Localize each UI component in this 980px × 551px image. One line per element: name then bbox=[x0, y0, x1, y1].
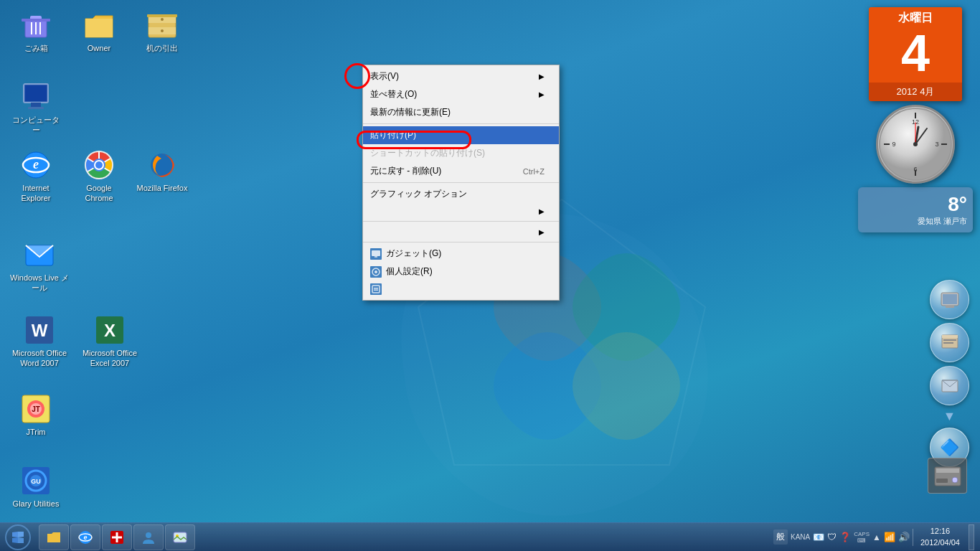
svg-text:X: X bbox=[104, 321, 116, 340]
jtrim-label: JTrim bbox=[26, 427, 45, 437]
office-icons-row: W Microsoft Office Word 2007 X Microsoft… bbox=[7, 312, 142, 377]
menu-separator-2 bbox=[363, 182, 559, 183]
taskbar-item-ie[interactable]: e bbox=[70, 524, 100, 550]
menu-item-graphics-prop[interactable]: グラフィック オプション bbox=[363, 185, 559, 203]
ime-mode-indicator[interactable]: KANA bbox=[791, 533, 810, 541]
desktop-icon-chrome[interactable]: Google Chrome bbox=[70, 147, 128, 207]
svg-rect-15 bbox=[31, 103, 41, 107]
menu-item-view-arrow: ▶ bbox=[539, 72, 545, 80]
taskbar-item-explorer[interactable] bbox=[39, 524, 69, 550]
tray-icon-shield[interactable]: 🛡 bbox=[827, 532, 837, 542]
system-clock[interactable]: 12:16 2012/04/04 bbox=[916, 526, 964, 548]
caps-label: CAPS bbox=[854, 531, 870, 537]
menu-separator-4 bbox=[363, 242, 559, 242]
calendar-widget[interactable]: 水曜日 4 2012 4月 bbox=[869, 7, 962, 101]
tray-icon-network[interactable]: 📶 bbox=[884, 532, 895, 542]
storage-svg bbox=[933, 463, 962, 489]
orb-icon-2[interactable] bbox=[930, 323, 969, 362]
svg-rect-44 bbox=[372, 250, 380, 256]
calendar-day-number: 4 bbox=[869, 27, 962, 83]
context-menu: 表示(V) ▶ 並べ替え(O) ▶ 最新の情報に更新(E) 貼り付け(P) ショ… bbox=[362, 65, 560, 301]
taskbar-item-task1[interactable] bbox=[102, 524, 132, 550]
tray-icon-mail[interactable]: 📧 bbox=[813, 532, 824, 542]
tray-icon-help[interactable]: ❓ bbox=[839, 532, 851, 542]
windows-logo-icon bbox=[10, 529, 26, 545]
svg-text:JT: JT bbox=[32, 405, 40, 413]
orb-icon-1[interactable] bbox=[930, 280, 969, 319]
system-tray: 般 KANA 📧 🛡 ❓ CAPS ⌨ ▲ 📶 🔊 12:16 bbox=[773, 524, 980, 550]
menu-item-personalize[interactable] bbox=[363, 281, 559, 298]
menu-item-paste-label: 貼り付け(P) bbox=[370, 129, 416, 141]
desktop-icon-word[interactable]: W Microsoft Office Word 2007 bbox=[7, 312, 72, 372]
svg-rect-74 bbox=[936, 468, 959, 473]
menu-item-new-arrow: ▶ bbox=[539, 228, 545, 236]
ime-indicator[interactable]: 般 bbox=[773, 529, 788, 545]
svg-point-63 bbox=[913, 142, 918, 146]
recycle-bin-icon bbox=[21, 10, 51, 40]
tray-expand-arrow[interactable]: ▲ bbox=[872, 532, 881, 542]
orb-arrow-down[interactable]: ▼ bbox=[943, 409, 956, 424]
start-button[interactable] bbox=[0, 523, 36, 552]
tray-separator bbox=[913, 529, 913, 546]
ie-label: Internet Explorer bbox=[10, 183, 62, 204]
desktop-icon-firefox[interactable]: Mozilla Firefox bbox=[133, 147, 191, 207]
menu-item-paste-shortcut-label: ショートカットの貼り付け(S) bbox=[370, 147, 485, 159]
recycle-bin-label: ごみ箱 bbox=[24, 43, 48, 53]
menu-item-sort[interactable]: 並べ替え(O) ▶ bbox=[363, 85, 559, 103]
svg-text:9: 9 bbox=[892, 141, 895, 148]
jtrim-icon-area: JT JTrim bbox=[7, 391, 65, 446]
firefox-label: Mozilla Firefox bbox=[137, 183, 188, 193]
svg-text:W: W bbox=[32, 321, 48, 340]
show-desktop-button[interactable] bbox=[969, 524, 974, 550]
svg-text:e: e bbox=[33, 157, 39, 171]
desktop-icon-desk-drawer[interactable]: 机の引出 bbox=[133, 7, 191, 56]
menu-item-view[interactable]: 表示(V) ▶ bbox=[363, 67, 559, 85]
sidebar-gadgets: 水曜日 4 2012 4月 bbox=[858, 7, 973, 232]
clock-widget[interactable]: 12 3 6 9 bbox=[876, 105, 955, 184]
svg-point-10 bbox=[161, 18, 164, 21]
chrome-icon bbox=[84, 150, 114, 180]
personalize-icon bbox=[370, 283, 382, 295]
menu-item-gadgets[interactable]: 個人設定(R) bbox=[363, 263, 559, 281]
excel-label: Microsoft Office Excel 2007 bbox=[80, 348, 139, 369]
svg-text:GU: GU bbox=[31, 478, 41, 485]
menu-item-paste[interactable]: 貼り付け(P) bbox=[363, 126, 559, 144]
desktop-icon-excel[interactable]: X Microsoft Office Excel 2007 bbox=[77, 312, 142, 372]
desktop-icon-ie[interactable]: e Internet Explorer bbox=[7, 147, 65, 207]
computer-icon-area: コンピューター bbox=[7, 79, 65, 144]
svg-rect-12 bbox=[147, 14, 177, 17]
desk-drawer-label: 机の引出 bbox=[146, 43, 178, 53]
start-orb bbox=[5, 524, 31, 550]
desktop-icon-wlm[interactable]: Windows Live メール bbox=[7, 237, 72, 296]
storage-device-icon[interactable] bbox=[928, 458, 967, 494]
taskbar-item-image[interactable] bbox=[165, 524, 195, 550]
menu-item-paste-shortcut[interactable]: ショートカットの貼り付け(S) bbox=[363, 144, 559, 162]
menu-item-graphics-opt[interactable]: ▶ bbox=[363, 203, 559, 219]
taskbar-item-people[interactable] bbox=[133, 524, 164, 550]
desktop-icon-glary[interactable]: GU Glary Utilities bbox=[7, 463, 65, 512]
menu-item-screen-res[interactable]: ガジェット(G) bbox=[363, 245, 559, 263]
desktop-icon-owner[interactable]: Owner bbox=[70, 7, 128, 56]
orb-icon-3[interactable] bbox=[930, 366, 969, 405]
excel-icon: X bbox=[95, 315, 125, 345]
menu-item-graphics-prop-label: グラフィック オプション bbox=[370, 188, 467, 200]
weather-widget[interactable]: 8° 愛知県 瀬戸市 bbox=[858, 187, 973, 232]
desktop-icon-jtrim[interactable]: JT JTrim bbox=[7, 391, 65, 440]
word-label: Microsoft Office Word 2007 bbox=[10, 348, 69, 369]
tray-icon-volume[interactable]: 🔊 bbox=[898, 532, 910, 542]
menu-item-refresh[interactable]: 最新の情報に更新(E) bbox=[363, 103, 559, 121]
menu-separator-1 bbox=[363, 123, 559, 124]
menu-item-view-label: 表示(V) bbox=[370, 70, 399, 83]
desktop: ごみ箱 Owner 机の引出 コンピューター bbox=[0, 0, 980, 551]
desktop-icon-recycle-bin[interactable]: ごみ箱 bbox=[7, 7, 65, 56]
svg-text:6: 6 bbox=[913, 166, 917, 173]
firefox-icon bbox=[147, 150, 177, 180]
menu-item-undo[interactable]: 元に戻す - 削除(U) Ctrl+Z bbox=[363, 162, 559, 180]
clock-time: 12:16 bbox=[920, 526, 960, 537]
weather-temperature: 8° bbox=[918, 193, 967, 216]
caps-icon: ⌨ bbox=[857, 537, 866, 544]
wlm-label: Windows Live メール bbox=[10, 273, 69, 293]
desktop-icon-computer[interactable]: コンピューター bbox=[7, 79, 65, 138]
menu-item-new[interactable]: ▶ bbox=[363, 224, 559, 240]
menu-item-graphics-opt-arrow: ▶ bbox=[539, 207, 545, 215]
